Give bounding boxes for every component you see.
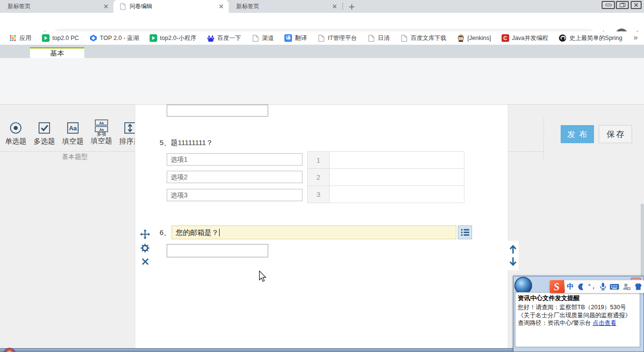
bookmark-top2-miniapp[interactable]: top2.0-小程序 xyxy=(144,32,201,44)
browser-tab-strip: 新标签页 问卷编辑 新标签页 xyxy=(0,0,644,13)
apps-grid-icon xyxy=(9,34,17,42)
bookmark-lanhu[interactable]: TOP 2.0 - 蓝湖 xyxy=(84,32,144,44)
tab-title: 新标签页 xyxy=(236,2,331,10)
question5-number: 5、 xyxy=(160,138,171,147)
window-restore-button[interactable] xyxy=(616,1,629,9)
popup-view-link[interactable]: 点击查看 xyxy=(593,320,616,326)
row-number: 2 xyxy=(308,169,330,186)
tab-separator xyxy=(342,3,343,10)
keyboard-icon[interactable] xyxy=(610,284,619,290)
bookmarks-overflow-chevron[interactable]: » xyxy=(634,33,638,42)
bookmark-qudao[interactable]: 渠道 xyxy=(246,32,279,44)
toolbar-divider xyxy=(543,118,544,159)
tool-multi-fillblank-question[interactable]: AaAa 多项 填空题 xyxy=(86,119,117,146)
table-row: 2 xyxy=(308,169,464,186)
svg-text:Aa: Aa xyxy=(99,120,104,125)
checkbox-icon xyxy=(29,119,60,137)
editor-toolbar: 单选题 多选题 Aa 填空题 AaAa 多项 填空题 排序题 Email 性别 … xyxy=(0,58,644,105)
scrollbar-thumb[interactable] xyxy=(641,204,644,277)
bookmarks-bar: 应用 top2.0 PC TOP 2.0 - 蓝湖 top2.0-小程序 百度一… xyxy=(0,31,644,45)
bookmark-baidu[interactable]: 百度一下 xyxy=(201,32,246,44)
tool-radio-question[interactable]: 单选题 xyxy=(0,119,31,146)
bookmark-it-platform[interactable]: IT管理平台 xyxy=(312,32,362,44)
question6-number: 6、 xyxy=(160,228,171,237)
window-minimize-button[interactable] xyxy=(602,1,615,9)
bookmark-translate[interactable]: 译 翻译 xyxy=(279,32,312,44)
question4-answer-input[interactable] xyxy=(167,105,268,117)
table-row: 3 xyxy=(308,186,464,203)
popup-title: 资讯中心文件发文提醒 xyxy=(518,294,637,303)
question6-answer-input[interactable] xyxy=(167,244,268,257)
tab-title: 新标签页 xyxy=(8,2,102,10)
tab-basic[interactable]: 基本 xyxy=(30,47,84,58)
bookmark-spring[interactable]: 史上最简单的Spring xyxy=(553,32,627,44)
row-number: 1 xyxy=(308,152,330,168)
page-icon xyxy=(317,34,325,42)
tab-title: 问卷编辑 xyxy=(130,2,217,10)
browser-tab-1[interactable]: 新标签页 xyxy=(0,0,113,13)
editor-tab-strip xyxy=(0,45,644,58)
question5-option-input-2[interactable]: 选项2 xyxy=(167,171,302,183)
browser-tab-3[interactable]: 新标签页 xyxy=(229,0,342,13)
svg-text:Aa: Aa xyxy=(69,125,77,132)
minimize-icon xyxy=(605,4,612,6)
page-icon xyxy=(367,34,375,42)
question-reorder-widget xyxy=(507,241,519,270)
text-caret xyxy=(219,229,220,236)
page-icon xyxy=(400,34,408,42)
window-close-button[interactable] xyxy=(631,1,642,9)
question6-title-input[interactable]: 您的邮箱是？ xyxy=(171,225,456,239)
tab-close-icon[interactable] xyxy=(331,3,338,10)
restore-icon xyxy=(620,3,625,7)
c-book-icon: C xyxy=(502,34,509,42)
bookmark-java-concurrency[interactable]: C Java并发编程 xyxy=(496,32,553,44)
row-answer-cell xyxy=(330,169,464,186)
bookmark-wenku-download[interactable]: 百度文库下载 xyxy=(395,32,452,44)
ime-language-mode-icon[interactable]: 中 xyxy=(567,282,574,291)
popup-content: 资讯中心文件发文提醒 您好！请查阅：监察部TB（2019）530号 《关于名士分… xyxy=(515,292,640,347)
translate-icon: 译 xyxy=(284,34,292,42)
question-settings-gear-icon[interactable] xyxy=(141,244,150,253)
radio-icon xyxy=(0,119,31,137)
popup-body: 您好！请查阅：监察部TB（2019）530号 《关于名士分厂出现质量问题的监察通… xyxy=(518,303,637,327)
browser-tab-2-active[interactable]: 问卷编辑 xyxy=(113,0,229,13)
sogou-logo-icon[interactable] xyxy=(549,280,565,293)
move-down-icon[interactable] xyxy=(509,256,517,267)
page-icon xyxy=(252,34,259,42)
bookmark-riqing[interactable]: 日清 xyxy=(362,32,395,44)
tool-checkbox-question[interactable]: 多选题 xyxy=(29,119,60,146)
baidu-paw-icon xyxy=(207,34,214,42)
new-tab-button[interactable] xyxy=(347,2,356,11)
tool-fillblank-question[interactable]: Aa 填空题 xyxy=(58,119,88,146)
bookmark-apps[interactable]: 应用 xyxy=(4,32,37,44)
row-answer-cell xyxy=(330,186,464,203)
bookmark-jenkins[interactable]: [Jenkins] xyxy=(452,32,496,44)
tab-close-icon[interactable] xyxy=(217,3,225,10)
save-button[interactable]: 保存 xyxy=(599,125,632,143)
publish-button[interactable]: 发布 xyxy=(561,125,594,143)
close-icon xyxy=(634,3,638,7)
question6-list-button[interactable] xyxy=(458,225,472,239)
ime-moon-icon[interactable] xyxy=(577,283,585,291)
question5-option-input-3[interactable]: 选项3 xyxy=(167,189,302,201)
move-question-icon[interactable] xyxy=(140,229,150,239)
user-card-icon[interactable] xyxy=(623,283,631,291)
ime-punctuation-icon[interactable]: °， xyxy=(588,283,596,291)
multi-text-input-icon: AaAa xyxy=(86,119,117,132)
mouse-cursor xyxy=(259,271,267,283)
sogou-ime-bar: 中 °， xyxy=(549,280,644,293)
skin-shirt-icon[interactable] xyxy=(634,283,643,291)
play-icon xyxy=(150,34,157,42)
microphone-icon[interactable] xyxy=(600,283,606,291)
svg-text:Aa: Aa xyxy=(99,127,104,131)
delete-question-icon[interactable] xyxy=(141,258,149,265)
move-up-icon[interactable] xyxy=(509,244,517,254)
document-favicon-icon xyxy=(120,3,126,10)
bookmark-top2-pc[interactable]: top2.0 PC xyxy=(37,32,84,44)
jenkins-butler-icon xyxy=(457,34,464,42)
browser-address-bar: localhost:8080/diaowen/design/my-survey-… xyxy=(0,13,644,31)
question5-matrix-table: 1 2 3 xyxy=(307,151,464,203)
question5-option-input-1[interactable]: 选项1 xyxy=(167,153,302,166)
lanhu-icon xyxy=(90,34,97,42)
tab-close-icon[interactable] xyxy=(102,3,110,10)
